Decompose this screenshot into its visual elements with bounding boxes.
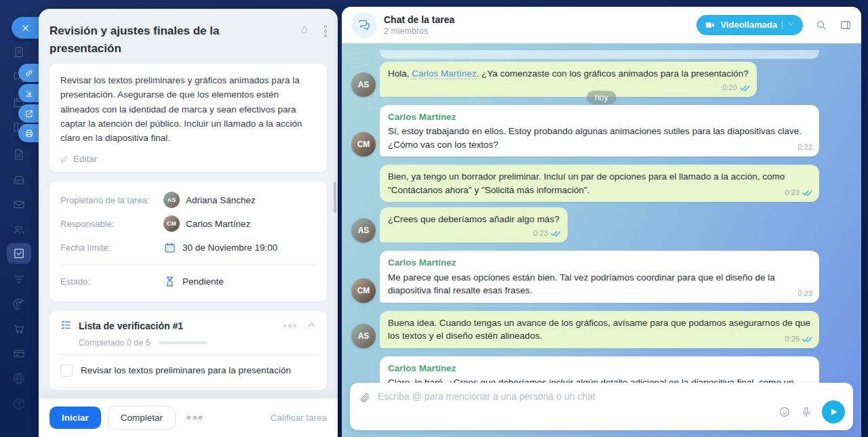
message-text: ¿Crees que deberíamos añadir algo más? — [388, 213, 559, 226]
date-divider: hoy — [587, 91, 616, 104]
avatar[interactable]: AS — [351, 218, 376, 243]
message-composer — [350, 383, 853, 430]
message-bubble[interactable]: Carlos MartínezMe parece que esas opcion… — [380, 251, 819, 303]
message-bubble[interactable]: ¿Crees que deberíamos añadir algo más?0:… — [380, 207, 568, 243]
sidebar-item-funnel[interactable] — [7, 269, 31, 289]
send-button[interactable] — [822, 400, 845, 423]
globe-icon — [12, 372, 26, 386]
divider — [782, 20, 783, 30]
sidebar-item-globe[interactable] — [7, 369, 31, 389]
external-link-icon — [24, 109, 34, 119]
sidebar-item-document[interactable] — [7, 144, 31, 165]
avatar[interactable]: CM — [351, 278, 376, 303]
avatar[interactable]: AS — [351, 72, 376, 97]
sidebar-item-tasks[interactable] — [7, 243, 31, 264]
close-button[interactable] — [12, 17, 39, 39]
avatar[interactable]: AS — [351, 324, 376, 348]
sidebar-item-cart[interactable] — [7, 318, 31, 339]
task-description: Revisar los textos preliminares y gráfic… — [60, 73, 316, 146]
message-row: AS¿Crees que deberíamos añadir algo más?… — [351, 207, 852, 243]
sidebar-item-mail[interactable] — [7, 194, 31, 215]
complete-button[interactable]: Completar — [108, 406, 176, 430]
message-author-name[interactable]: Carlos Martínez — [388, 362, 811, 375]
flame-icon[interactable] — [298, 24, 311, 39]
search-icon[interactable] — [815, 19, 827, 31]
sidebar-item-goal[interactable] — [7, 294, 31, 314]
message-time: 0:20 — [722, 83, 736, 93]
message-time: 0:22 — [798, 142, 812, 153]
checklist-menu-icon[interactable] — [283, 325, 297, 328]
chat-bubbles-icon — [351, 12, 377, 38]
video-call-button[interactable]: Videollamada — [696, 15, 803, 35]
message-bubble[interactable]: Carlos MartínezSí, estoy trabajando en e… — [380, 105, 819, 157]
sidebar-item-notebook[interactable] — [7, 42, 31, 62]
message-bubble[interactable]: Bien, ya tengo un borrador preliminar. I… — [380, 165, 819, 202]
drive-icon — [12, 173, 26, 186]
chat-members-count: 2 miembros — [384, 26, 696, 36]
start-button[interactable]: Iniciar — [50, 407, 101, 429]
chevron-up-icon[interactable] — [307, 320, 316, 332]
owner-name: Adriana Sánchez — [186, 195, 256, 205]
pencil-icon — [60, 154, 69, 163]
calendar-icon — [163, 241, 176, 254]
checklist-progress-bar — [159, 341, 208, 344]
funnel-icon — [12, 272, 26, 286]
divider — [60, 264, 316, 265]
goal-icon — [12, 297, 26, 311]
emoji-icon[interactable] — [778, 406, 791, 418]
document-icon — [12, 148, 26, 161]
microphone-icon[interactable] — [800, 406, 812, 418]
checklist-item-checkbox[interactable] — [60, 365, 73, 377]
message-input[interactable] — [378, 391, 844, 402]
message-author-name[interactable]: Carlos Martínez — [388, 256, 811, 270]
message-text: Buena idea. Cuando tengas un avance de l… — [388, 316, 811, 343]
toggle-sidebar-icon[interactable] — [840, 19, 852, 31]
message-bubble[interactable]: Hola, Carlos Martínez. ¿Ya comenzaste co… — [380, 62, 757, 97]
message-partial — [380, 50, 819, 59]
message-meta: 0:20 — [722, 83, 749, 93]
status-value: Pendiente — [182, 276, 224, 287]
attach-icon[interactable] — [359, 391, 371, 407]
send-icon — [829, 407, 839, 417]
tasks-icon — [12, 247, 26, 260]
message-author-name[interactable]: Carlos Martínez — [388, 110, 811, 124]
task-panel: Revisión y ajustes finales de la present… — [39, 9, 338, 437]
cart-icon — [12, 322, 26, 335]
external-link-button[interactable] — [18, 104, 39, 123]
chevron-down-icon[interactable] — [787, 20, 795, 30]
sidebar-item-drive[interactable] — [7, 169, 31, 190]
rate-task-link[interactable]: Calificar tarea — [271, 413, 327, 423]
chat-header: Chat de la tarea 2 miembros Videollamada — [342, 7, 861, 43]
hourglass-icon — [163, 275, 176, 288]
checklist-progress-label: Completado 0 de 5 — [79, 338, 151, 348]
message-time: 0:23 — [798, 289, 812, 299]
task-fields-card: Propietario de la tarea: AS Adriana Sánc… — [50, 182, 327, 301]
sidebar-item-help[interactable] — [7, 394, 31, 414]
avatar[interactable]: CM — [351, 132, 376, 157]
task-menu-icon[interactable] — [323, 24, 328, 39]
task-panel-scrollbar[interactable] — [334, 182, 336, 213]
close-icon — [20, 23, 31, 33]
edit-description-button[interactable]: Editar — [60, 154, 97, 164]
field-assignee: Responsable: CM Carlos Martínez — [60, 212, 316, 236]
link-icon — [24, 68, 34, 78]
message-time: 0:25 — [785, 334, 800, 345]
read-checks-icon — [551, 230, 561, 237]
read-checks-icon — [802, 336, 812, 343]
message-row: CMCarlos MartínezSí, estoy trabajando en… — [351, 105, 852, 157]
mention-link[interactable]: Carlos Martínez — [412, 68, 476, 79]
more-actions-icon[interactable] — [187, 416, 202, 419]
link-button[interactable] — [18, 64, 39, 82]
sidebar-item-card[interactable] — [7, 344, 31, 364]
help-icon — [12, 397, 26, 411]
checklist-item-label: Revisar los textos preliminares para la … — [81, 365, 291, 377]
card-icon — [12, 347, 26, 360]
printer-button[interactable] — [18, 124, 39, 142]
chat-title: Chat de la tarea — [384, 14, 696, 25]
sidebar-item-team[interactable] — [7, 220, 31, 240]
assignee-name: Carlos Martínez — [186, 219, 250, 229]
video-camera-icon — [705, 20, 715, 30]
field-owner: Propietario de la tarea: AS Adriana Sánc… — [60, 188, 316, 212]
import-button[interactable] — [18, 84, 39, 102]
message-bubble[interactable]: Buena idea. Cuando tengas un avance de l… — [380, 311, 819, 348]
